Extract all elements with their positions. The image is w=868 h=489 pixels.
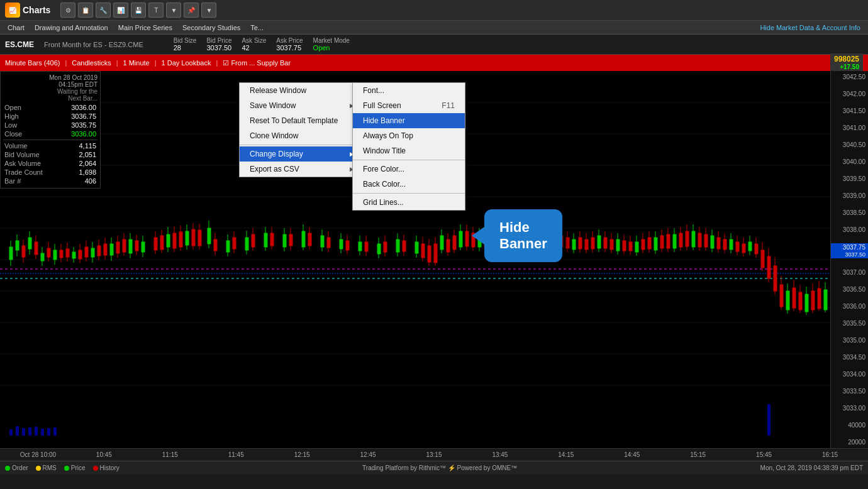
cm-release-window[interactable]: Release Window: [240, 83, 364, 98]
from-label: ☑ From ... Supply Bar: [223, 59, 291, 67]
ask-price-field: Ask Price 3037.75: [276, 37, 303, 52]
app-logo: 📈 Charts: [5, 3, 50, 18]
status-bar: Minute Bars (406) | Candlesticks | 1 Min…: [0, 55, 868, 71]
time-label-7: 13:15: [401, 451, 467, 458]
bid-price-field: Bid Price 3037.50: [206, 37, 231, 52]
dot-history: [93, 466, 98, 471]
toolbar-btn-7[interactable]: ▼: [166, 3, 181, 18]
sm-window-title[interactable]: Window Title: [353, 143, 465, 158]
menu-secondary[interactable]: Secondary Studies: [177, 23, 245, 33]
menu-bar: Chart Drawing and Annotation Main Price …: [0, 21, 868, 35]
cm-reset-template[interactable]: Reset To Default Template: [240, 113, 364, 128]
price-badge-top: 998025: [834, 55, 859, 63]
price-badge-bottom: +17.50: [834, 63, 859, 71]
ask-price-label: Ask Price: [276, 37, 303, 44]
interval: 1 Minute: [123, 59, 150, 67]
dot-price: [64, 466, 69, 471]
label-rms: RMS: [43, 464, 57, 471]
ask-size-value: 42: [242, 44, 249, 52]
menu-chart[interactable]: Chart: [3, 23, 30, 33]
bar-type: Minute Bars (406): [5, 59, 60, 67]
toolbar-btn-5[interactable]: 💾: [131, 3, 146, 18]
time-axis: Oct 28 10:00 10:45 11:15 11:45 12:15 12:…: [0, 448, 868, 461]
toolbar-btn-6[interactable]: T: [148, 3, 164, 18]
market-mode-value: Open: [313, 44, 330, 52]
lookback: 1 Day Lookback: [162, 59, 211, 67]
sm-fore-color[interactable]: Fore Color...: [353, 162, 465, 177]
sm-full-screen-shortcut: F11: [442, 101, 455, 110]
indicator-order: Order: [5, 464, 28, 471]
menu-drawing[interactable]: Drawing and Annotation: [30, 23, 113, 33]
sm-back-color[interactable]: Back Color...: [353, 177, 465, 192]
tooltip-callout: Hide Banner: [484, 209, 562, 262]
sm-always-on-top[interactable]: Always On Top: [353, 128, 465, 143]
ticker-symbol: ES.CME: [5, 40, 34, 49]
title-bar: 📈 Charts ⚙ 📋 🔧 📊 💾 T ▼ 📌 ▼: [0, 0, 868, 21]
ask-size-label: Ask Size: [242, 37, 266, 44]
bid-size-value: 28: [174, 44, 181, 52]
cm-clone-window[interactable]: Clone Window: [240, 128, 364, 143]
sm-hide-banner[interactable]: Hide Banner: [353, 113, 465, 128]
time-label-3: 11:15: [137, 451, 203, 458]
dot-rms: [36, 466, 41, 471]
menu-main-price[interactable]: Main Price Series: [113, 23, 177, 33]
cm-separator-1: [240, 145, 364, 145]
rithmic-badge: Trading Platform by Rithmic™ ⚡ Powered b…: [127, 464, 753, 471]
time-label-6: 12:45: [335, 451, 401, 458]
bid-price-label: Bid Price: [206, 37, 231, 44]
cm-export-csv[interactable]: Export as CSV: [240, 162, 364, 177]
toolbar-icons: ⚙ 📋 🔧 📊 💾 T ▼ 📌 ▼: [60, 3, 216, 18]
bid-size-field: Bid Size 28: [174, 37, 197, 52]
indicator-price: Price: [64, 464, 86, 471]
time-label-4: 11:45: [203, 451, 269, 458]
ticker-bar: ES.CME Front Month for ES - ESZ9.CME Bid…: [0, 35, 868, 55]
toolbar-btn-8[interactable]: 📌: [184, 3, 199, 18]
bid-size-label: Bid Size: [174, 37, 197, 44]
chart-area: Mon 28 Oct 2019 04:15pm EDT Waiting for …: [0, 71, 868, 448]
toolbar-btn-3[interactable]: 🔧: [96, 3, 111, 18]
label-order: Order: [12, 464, 28, 471]
time-label-9: 14:15: [533, 451, 599, 458]
chart-type: Candlesticks: [72, 59, 111, 67]
context-menu-overlay[interactable]: Release Window Save Window Reset To Defa…: [0, 71, 868, 448]
time-label-5: 12:15: [269, 451, 335, 458]
time-label-11: 15:15: [665, 451, 731, 458]
market-mode-field: Market Mode Open: [313, 37, 350, 52]
ask-price-value: 3037.75: [276, 44, 301, 52]
logo-icon: 📈: [5, 3, 20, 18]
ask-size-field: Ask Size 42: [242, 37, 266, 52]
ticker-description: Front Month for ES - ESZ9.CME: [44, 41, 143, 48]
cm-save-window[interactable]: Save Window: [240, 98, 364, 113]
time-label-8: 13:45: [467, 451, 533, 458]
bottom-datetime: Mon, Oct 28, 2019 04:38:39 pm EDT: [760, 464, 863, 471]
sm-full-screen[interactable]: Full Screen F11: [353, 98, 465, 113]
app-title: Charts: [23, 5, 50, 15]
toolbar-btn-9[interactable]: ▼: [201, 3, 216, 18]
bottom-bar: Order RMS Price History Trading Platform…: [0, 461, 868, 475]
sm-separator-1: [353, 160, 465, 160]
toolbar-btn-2[interactable]: 📋: [78, 3, 93, 18]
dot-order: [5, 466, 10, 471]
account-link[interactable]: Hide Market Data & Account Info: [760, 24, 865, 31]
label-price: Price: [71, 464, 86, 471]
cm-change-display[interactable]: Change Display: [240, 146, 364, 162]
menu-te[interactable]: Te...: [245, 23, 269, 33]
sm-font[interactable]: Font...: [353, 83, 465, 98]
ticker-fields: Bid Size 28 Bid Price 3037.50 Ask Size 4…: [174, 37, 350, 52]
context-menu: Release Window Save Window Reset To Defa…: [239, 82, 365, 177]
time-label-13: 16:15: [797, 451, 863, 458]
bid-price-value: 3037.50: [206, 44, 231, 52]
sm-separator-2: [353, 193, 465, 194]
indicator-rms: RMS: [36, 464, 57, 471]
market-mode-label: Market Mode: [313, 37, 350, 44]
indicator-history: History: [93, 464, 120, 471]
time-label-10: 14:45: [599, 451, 665, 458]
time-label-1: Oct 28 10:00: [5, 451, 71, 458]
submenu-change-display: Font... Full Screen F11 Hide Banner Alwa…: [352, 82, 465, 211]
label-history: History: [100, 464, 120, 471]
time-label-2: 10:45: [71, 451, 137, 458]
sm-grid-lines[interactable]: Grid Lines...: [353, 195, 465, 210]
toolbar-btn-4[interactable]: 📊: [113, 3, 128, 18]
toolbar-btn-1[interactable]: ⚙: [60, 3, 75, 18]
time-label-12: 15:45: [731, 451, 797, 458]
